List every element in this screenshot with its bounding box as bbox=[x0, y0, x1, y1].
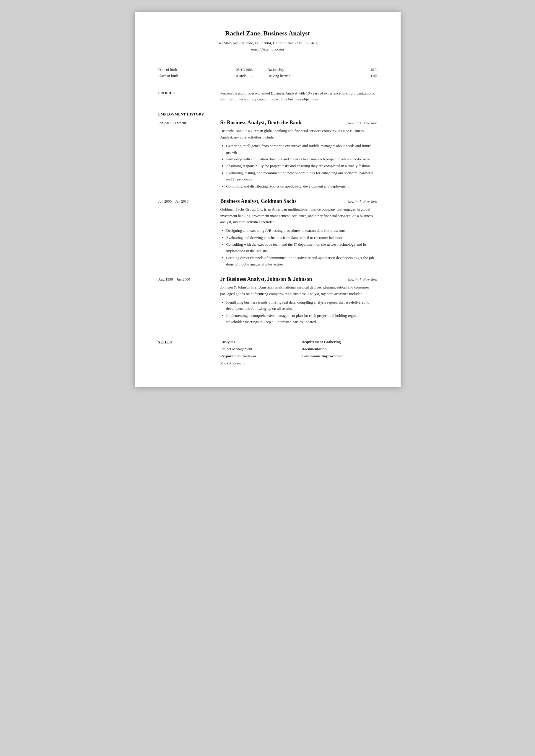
job-row-2: Jun 2000 – Jan 2013 Business Analyst, Go… bbox=[158, 198, 377, 270]
job-bullets-2: Designing and executing A/B testing proc… bbox=[220, 228, 377, 267]
nationality-value: USA bbox=[359, 68, 377, 72]
bullet-2-2: Evaluating and drawing conclusions from … bbox=[226, 234, 377, 241]
pob-label: Place of birth bbox=[158, 74, 217, 78]
bullet-2-1: Designing and executing A/B testing proc… bbox=[226, 228, 377, 233]
bullet-1-4: Evaluating, testing, and recommending ne… bbox=[226, 170, 377, 182]
bullet-3-1: Identifying business trends utilizing re… bbox=[226, 299, 377, 312]
skills-section: SKILLS Analytics Requirement Gathering P… bbox=[158, 339, 377, 365]
profile-divider bbox=[158, 106, 377, 106]
job-content-2: Business Analyst, Goldman Sachs New York… bbox=[220, 198, 377, 270]
employment-label: EMPLOYMENT HISTORY bbox=[158, 112, 217, 117]
skill-documentation: Documentation bbox=[302, 347, 377, 351]
job-title-1: Sr Business Analyst, Deutsche Bank bbox=[220, 120, 302, 126]
job-date-1: Jan 2013 – Present bbox=[158, 120, 217, 192]
job-content-1: Sr Business Analyst, Deutsche Bank New Y… bbox=[220, 120, 377, 192]
bullet-1-3: Assuming responsibility for project task… bbox=[226, 163, 377, 169]
skills-label: SKILLS bbox=[158, 339, 217, 365]
skill-req-gathering: Requirement Gathering bbox=[302, 339, 377, 344]
job-location-3: New York, New York bbox=[348, 278, 377, 282]
job-bullets-1: Gathering intelligence from corporate ex… bbox=[220, 143, 377, 189]
dob-value: 05/10/1983 bbox=[217, 68, 265, 72]
nationality-label: Nationality bbox=[265, 68, 312, 72]
resume-header: Rachel Zane, Business Analyst 143 Main A… bbox=[158, 30, 377, 53]
skills-row: SKILLS Analytics Requirement Gathering P… bbox=[158, 339, 377, 365]
job-date-3: Aug 1999 – Jun 2000 bbox=[158, 276, 217, 328]
job-desc-3: Johnson & Johnson is an American multina… bbox=[220, 284, 377, 297]
info-divider bbox=[158, 85, 377, 85]
bullet-1-5: Compiling and distributing reports on ap… bbox=[226, 183, 377, 189]
job-row-1: Jan 2013 – Present Sr Business Analyst, … bbox=[158, 120, 377, 192]
skill-continuous-improvement: Continuous Improvement bbox=[302, 354, 377, 359]
bullet-1-1: Gathering intelligence from corporate ex… bbox=[226, 143, 377, 155]
job-desc-1: Deutsche Bank is a German global banking… bbox=[220, 127, 377, 140]
employment-divider bbox=[158, 334, 377, 334]
license-label: Driving license bbox=[265, 74, 312, 78]
pob-value: Orlando, FL bbox=[217, 74, 265, 78]
job-title-2: Business Analyst, Goldman Sachs bbox=[220, 198, 296, 204]
skills-grid: Analytics Requirement Gathering Project … bbox=[220, 339, 377, 365]
job-location-2: New York, New York bbox=[348, 200, 377, 204]
job-content-3: Jr Business Analyst, Johnson & Johnson N… bbox=[220, 276, 377, 328]
candidate-name: Rachel Zane, Business Analyst bbox=[158, 30, 377, 37]
candidate-address: 143 Main Ave, Orlando, FL, 32804, United… bbox=[158, 40, 377, 53]
employment-label-row: EMPLOYMENT HISTORY bbox=[158, 112, 377, 117]
license-value: Full bbox=[359, 74, 377, 78]
personal-info-section: Date of birth 05/10/1983 Nationality USA… bbox=[158, 65, 377, 81]
job-location-1: New York, New York bbox=[348, 121, 377, 125]
job-bullets-3: Identifying business trends utilizing re… bbox=[220, 299, 377, 325]
job-row-3: Aug 1999 – Jun 2000 Jr Business Analyst,… bbox=[158, 276, 377, 328]
bullet-2-3: Consulting with the executive team and t… bbox=[226, 241, 377, 254]
job-title-3: Jr Business Analyst, Johnson & Johnson bbox=[220, 276, 312, 282]
address-line2: email@example.com bbox=[251, 47, 284, 51]
job-header-3: Jr Business Analyst, Johnson & Johnson N… bbox=[220, 276, 377, 282]
skill-analytics: Analytics bbox=[220, 339, 296, 344]
skill-project-mgmt: Project Management bbox=[220, 347, 296, 351]
dob-label: Date of birth bbox=[158, 68, 217, 72]
profile-text: Personable and process-oriented Business… bbox=[220, 90, 377, 103]
skill-market-research: Market Research bbox=[220, 361, 296, 365]
job-date-2: Jun 2000 – Jan 2013 bbox=[158, 198, 217, 270]
profile-section: PROFILE Personable and process-oriented … bbox=[158, 90, 377, 103]
job-desc-2: Goldman Sachs Group, Inc. is an American… bbox=[220, 206, 377, 225]
bullet-3-2: Implementing a comprehensive management … bbox=[226, 312, 377, 325]
header-divider bbox=[158, 61, 377, 61]
job-header-1: Sr Business Analyst, Deutsche Bank New Y… bbox=[220, 120, 377, 126]
profile-label: PROFILE bbox=[158, 90, 217, 103]
employment-section: EMPLOYMENT HISTORY Jan 2013 – Present Sr… bbox=[158, 112, 377, 328]
address-line1: 143 Main Ave, Orlando, FL, 32804, United… bbox=[217, 41, 318, 45]
resume-page: Rachel Zane, Business Analyst 143 Main A… bbox=[135, 12, 401, 387]
profile-row: PROFILE Personable and process-oriented … bbox=[158, 90, 377, 103]
bullet-1-2: Partnering with application directors an… bbox=[226, 156, 377, 162]
bullet-2-4: Creating direct channels of communicatio… bbox=[226, 255, 377, 267]
skill-req-analysis: Requirement Analysis bbox=[220, 354, 296, 359]
job-header-2: Business Analyst, Goldman Sachs New York… bbox=[220, 198, 377, 204]
